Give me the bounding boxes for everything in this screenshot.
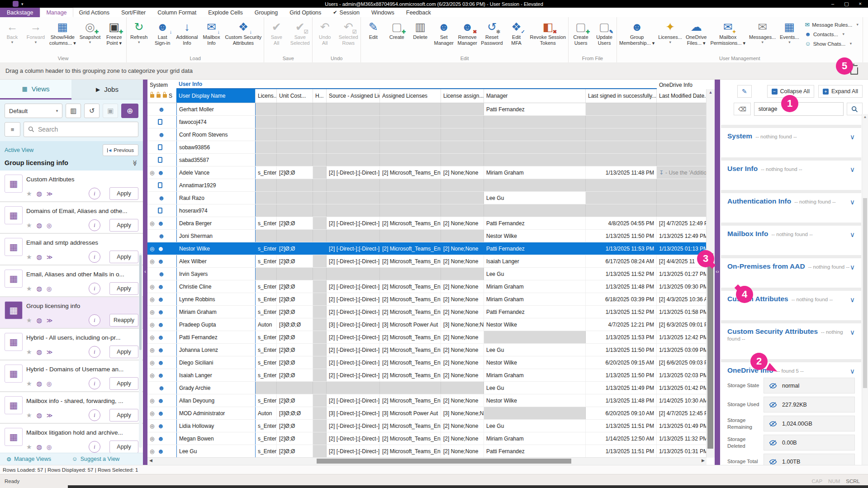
view-list-item[interactable]: ▦Email and smtp addresses★◍≫iApply: [0, 234, 143, 265]
revert-view-button[interactable]: ↺: [84, 104, 100, 118]
update-users-button[interactable]: ▢✎UpdateUsers: [593, 18, 616, 46]
apply-view-button[interactable]: Apply: [109, 441, 138, 453]
column-header-last-signed-in-successfully-[interactable]: Last signed in successfully...: [586, 89, 657, 103]
info-button[interactable]: i: [89, 346, 100, 358]
field-search-input[interactable]: storage: [754, 102, 844, 116]
save-selected-button[interactable]: ✔☑SaveSelected: [288, 18, 312, 46]
section-title[interactable]: User Info: [727, 165, 758, 172]
chevron-down-icon[interactable]: ∨: [850, 166, 855, 174]
grid-vscroll-thumb[interactable]: [707, 253, 713, 449]
grid-horizontal-scrollbar[interactable]: ◀ ▶: [147, 457, 707, 465]
info-button[interactable]: i: [89, 283, 100, 294]
star-icon[interactable]: ★: [26, 412, 32, 419]
chevron-down-icon[interactable]: ∨: [850, 328, 855, 336]
collapse-active-view-icon[interactable]: ≫: [132, 160, 139, 166]
mailbox-info-button[interactable]: ✉↓MailboxInfo: [200, 18, 223, 46]
view-list-item[interactable]: ▦Domains of Email, Aliases and othe...★◍…: [0, 202, 143, 234]
edit-mfa-button[interactable]: ❖✓EditMFA: [505, 18, 528, 46]
table-row[interactable]: ☻Grady ArchieLee Gu1/13/2025 11:49 PM1/1…: [147, 382, 707, 394]
left-panel-splitter[interactable]: ‹: [143, 80, 147, 465]
previous-view-button[interactable]: ◀ Previous: [103, 144, 138, 156]
licenses-button[interactable]: ✦Licenses...▼: [656, 18, 684, 45]
custom-security-attributes-button[interactable]: ❖↓Custom SecurityAttributes: [223, 18, 264, 46]
column-header-assigned-licenses[interactable]: Assigned Licenses: [380, 89, 441, 103]
show-chats-button[interactable]: ☺Show Chats...▼: [805, 40, 859, 47]
chevron-down-icon[interactable]: ∨: [850, 263, 855, 271]
table-row[interactable]: ◎☻Alex Wilbers_Enter[2]Ø;Ø[2] [-Direct-]…: [147, 255, 707, 268]
grid-vertical-scrollbar[interactable]: ▲: [706, 89, 715, 458]
apply-view-button[interactable]: Apply: [109, 251, 138, 263]
tab-session[interactable]: ✔Session: [327, 8, 365, 17]
add-view-button[interactable]: ⊕: [121, 104, 138, 118]
apply-view-button[interactable]: Apply: [109, 377, 138, 390]
column-header-license-assign-[interactable]: License assign...: [441, 89, 484, 103]
star-icon[interactable]: ★: [26, 380, 32, 387]
table-row[interactable]: ◎☻Adele Vances_Enter[2]Ø;Ø[2] [-Direct-]…: [147, 166, 707, 179]
info-button[interactable]: i: [89, 441, 100, 453]
tab-grid-actions[interactable]: Grid Actions: [73, 8, 115, 17]
apply-view-button[interactable]: Apply: [109, 409, 138, 422]
column-header-user-display-name[interactable]: User Display Name: [176, 89, 256, 103]
view-list-item[interactable]: ▦Mailbox litigation hold and archive...★…: [0, 424, 143, 453]
chevron-down-icon[interactable]: ∨: [850, 231, 855, 239]
expand-all-button[interactable]: + Expand All: [818, 85, 863, 98]
table-row[interactable]: ◎☻Isaiah Langers_Enter[2]Ø;Ø[2] [-Direct…: [147, 369, 707, 382]
apply-view-button[interactable]: Reapply: [109, 314, 138, 327]
view-list-item[interactable]: ▦Hybrid - All users, including on-pr...★…: [0, 329, 143, 360]
table-row[interactable]: fawocoj474: [147, 116, 707, 128]
messages-button[interactable]: ✉Messages...▼: [747, 18, 778, 45]
apply-view-button[interactable]: Apply: [109, 187, 138, 200]
section-title[interactable]: Custom Security Attributes: [727, 327, 818, 335]
tab-explode-cells[interactable]: Explode Cells: [202, 8, 248, 17]
column-header-row-state[interactable]: S: [147, 89, 176, 103]
column-header-manager[interactable]: Manager: [484, 89, 586, 103]
forward-button[interactable]: →Forward▼: [24, 18, 47, 45]
table-row[interactable]: ◎☻Megan Bowens_Enter[2]Ø;Ø[2] [-Direct-]…: [147, 432, 707, 445]
table-row[interactable]: ☻Irvin SayersLee Gu1/13/2025 11:52 PM1/1…: [147, 268, 707, 280]
section-title[interactable]: On-Premises from AAD: [727, 262, 805, 270]
group-membership-button[interactable]: ☻GroupMembership... ▾: [617, 18, 656, 46]
table-row[interactable]: ◎☻Lynne Robbinss_Enter[2]Ø;Ø[2] [-Direct…: [147, 293, 707, 306]
table-row[interactable]: ◎☻Lee Gus_Enter[2]Ø;Ø[2] [-Direct-];[-Di…: [147, 445, 707, 458]
table-row[interactable]: ◎☻MOD AdministratorAuton[3]Ø;Ø;Ø[3] [-Di…: [147, 407, 707, 420]
table-row[interactable]: Annatimar1929: [147, 179, 707, 192]
refresh-button[interactable]: ↻Refresh▼: [127, 18, 151, 45]
tab-jobs[interactable]: ▶ Jobs: [71, 80, 143, 99]
tab-manage[interactable]: Manage: [40, 8, 73, 17]
table-row[interactable]: ◎☻Christie Clines_Enter[2]Ø;Ø[2] [-Direc…: [147, 280, 707, 293]
field-search-button[interactable]: [847, 103, 863, 115]
column-header-licens-[interactable]: Licens...: [256, 89, 277, 103]
snapshot-button[interactable]: ◎✚Snapshot▼: [78, 18, 102, 45]
contacts-button[interactable]: ☻Contacts...▼: [805, 31, 859, 38]
undo-selected-rows-button[interactable]: ↶☑SelectedRows: [337, 18, 360, 46]
chevron-down-icon[interactable]: ∨: [850, 367, 855, 375]
chevron-down-icon[interactable]: ∨: [850, 296, 855, 304]
table-row[interactable]: ☻Raul RazoLee Gu: [147, 192, 707, 204]
chevron-down-icon[interactable]: ∨: [850, 133, 855, 141]
maximize-button[interactable]: ▢: [844, 1, 849, 6]
apply-view-button[interactable]: Apply: [109, 282, 138, 295]
view-list-item[interactable]: ▦Group licensing info★◍≫iReapply: [0, 297, 143, 329]
back-button[interactable]: ←Back▼: [0, 18, 24, 45]
info-button[interactable]: i: [89, 188, 100, 199]
save-all-button[interactable]: ✔SaveAll: [265, 18, 288, 46]
star-icon[interactable]: ★: [26, 222, 32, 229]
edit-fields-button[interactable]: ✎: [737, 85, 752, 98]
tab-sort-filter[interactable]: Sort/Filter: [115, 8, 152, 17]
section-title[interactable]: System: [727, 132, 752, 140]
collapse-expand-right-panel-icons[interactable]: ‹›: [715, 269, 720, 274]
column-header-source-assigned-lice-[interactable]: Source - Assigned Lice...: [327, 89, 380, 103]
close-button[interactable]: ×: [859, 1, 862, 6]
minimize-button[interactable]: –: [831, 1, 834, 6]
star-icon[interactable]: ★: [26, 285, 32, 292]
reset-password-button[interactable]: ↺✱ResetPassword: [479, 18, 504, 46]
scroll-left-icon[interactable]: ◀: [149, 458, 152, 463]
section-title[interactable]: Authentication Info: [727, 197, 791, 205]
info-button[interactable]: i: [89, 219, 100, 231]
revoke-session-tokens-button[interactable]: ◧✖Revoke SessionTokens: [528, 18, 568, 46]
info-button[interactable]: i: [89, 378, 100, 389]
chevron-down-icon[interactable]: ∨: [850, 198, 855, 206]
titlebar-dropdown-icon[interactable]: ▾: [21, 2, 24, 6]
scroll-right-icon[interactable]: ▶: [702, 458, 705, 463]
field-value-box[interactable]: 0.00B: [764, 435, 855, 450]
